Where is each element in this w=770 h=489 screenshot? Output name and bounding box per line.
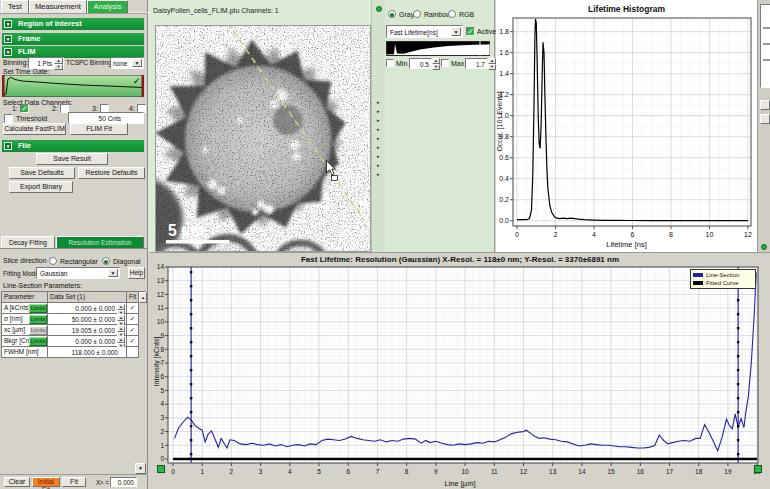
limits-button[interactable]: Limits [29,315,47,324]
fit-check[interactable]: ✓ [127,303,139,314]
min-spinner[interactable]: ▲▼ [432,58,440,69]
lifetime-histogram-ylabel: Occur. [10⁴ Events] [496,67,503,177]
table-scroll-up[interactable]: ▲ [139,292,147,303]
gray-mode-radio[interactable] [388,10,396,18]
cutoff-button[interactable] [760,114,770,124]
param-name: FWHM [nm] [2,347,48,358]
display-controls-panel: Gray Rainbow RGB Fast Lifetime[ns] ▼ ✓ A… [385,0,495,252]
chevron-down-icon[interactable]: ▼ [451,27,461,36]
svg-text:7: 7 [160,359,164,366]
param-spinner[interactable]: ▲▼ [117,326,125,335]
rgb-mode-label: RGB [459,11,474,18]
cutoff-button[interactable] [760,100,770,110]
tab-measurement[interactable]: Measurement [29,0,87,13]
lifetime-histogram-chart: 0.00.20.40.60.81.01.21.41.61.8024681012 [496,0,757,252]
section-frame[interactable]: ▾ Frame [2,33,144,45]
time-gate-graph[interactable]: ✓ [2,75,144,97]
min-checkbox[interactable] [386,59,394,67]
chevron-down-icon[interactable]: ▼ [108,269,118,277]
chevron-down-icon[interactable]: ▼ [132,59,142,67]
fit-check[interactable]: ✓ [127,314,139,325]
left-scroll-down[interactable]: ▼ [135,463,146,474]
collapse-icon[interactable]: ▾ [4,20,12,28]
clear-button[interactable]: Clear [4,477,30,487]
rgb-mode-radio[interactable] [448,10,456,18]
fit-check[interactable]: ✓ [127,325,139,336]
binning-spin-buttons[interactable]: ▲▼ [54,58,63,68]
help-button[interactable]: Help [128,267,145,279]
line-section-chart[interactable]: 0123456789101112131401234567891011121314… [150,253,770,489]
section-region-of-interest[interactable]: ▾ Region of Interest [2,18,144,30]
col-parameter: Parameter [2,292,48,303]
range-handle-right[interactable] [754,465,762,473]
save-defaults-button[interactable]: Save Defaults [9,167,75,179]
min-value-field[interactable]: 0.5 [409,58,432,69]
line-section-parameters-label: Line-Section Parameters: [3,282,82,289]
param-spinner[interactable]: ▲▼ [117,304,125,313]
param-value[interactable]: 50.000 ± 0.000 [48,314,127,325]
slice-diagonal-radio[interactable] [102,257,110,265]
svg-text:0: 0 [515,231,519,238]
rainbow-mode-radio[interactable] [413,10,421,18]
chi2-value-field[interactable]: 0.000 [110,477,137,487]
param-value[interactable]: 0.000 ± 0.000 [48,336,127,347]
threshold-checkbox[interactable] [4,114,13,123]
tcspc-binning-dropdown[interactable]: none ▼ [110,57,144,69]
intensity-histogram-strip[interactable] [386,41,490,56]
restore-defaults-button[interactable]: Restore Defaults [78,167,145,179]
collapse-icon[interactable]: ▾ [4,35,12,43]
slice-diagonal-label: Diagonal [113,258,141,265]
max-checkbox[interactable] [441,59,449,67]
range-handle-left[interactable] [157,465,165,473]
param-spinner[interactable]: ▲▼ [117,337,125,346]
save-result-button[interactable]: Save Result [36,153,108,165]
svg-text:7: 7 [376,468,380,475]
limits-button[interactable]: Limits [29,337,47,346]
flim-image-canvas[interactable]: 5 µm [155,25,371,252]
channel-3-label: 3: [92,105,98,112]
svg-text:8: 8 [160,346,164,353]
svg-text:1.6: 1.6 [499,49,509,56]
svg-text:5: 5 [317,468,321,475]
fit-check[interactable] [127,347,139,358]
collapse-icon[interactable]: ▾ [4,48,12,56]
export-binary-button[interactable]: Export Binary [9,181,73,193]
param-value[interactable]: 0.000 ± 0.000 [48,303,127,314]
panel-splitter[interactable]: ▸▸ ▸▸ ▸▸ ▸▸ ▸ [371,0,385,252]
collapse-icon[interactable]: ▾ [4,142,12,150]
svg-text:6: 6 [631,231,635,238]
clear-label: Clear [9,478,26,485]
svg-text:6: 6 [160,373,164,380]
fit-button[interactable]: Fit [62,477,86,487]
channel-1-checkbox[interactable]: ✓ [20,104,29,113]
max-value: 1.7 [476,61,485,68]
fitting-model-dropdown[interactable]: Gaussian ▼ [36,267,120,279]
tab-decay-fitting[interactable]: Decay Fitting [1,236,55,248]
tab-resolution-estimation[interactable]: Resolution Estimation [56,236,144,248]
limits-button[interactable]: Limits [29,326,47,335]
max-label: Max [451,60,464,67]
active-checkbox[interactable]: ✓ [466,27,475,36]
tcspc-binning-label: TCSPC Binning: [66,59,113,66]
cutoff-radio[interactable] [761,244,767,250]
fit-check[interactable]: ✓ [127,336,139,347]
max-value-field[interactable]: 1.7 [465,58,488,69]
gray-mode-label: Gray [399,11,414,18]
section-flim-title: FLIM [18,47,36,56]
binning-label: Binning: [3,59,28,66]
gate-check-icon: ✓ [133,76,141,86]
save-defaults-label: Save Defaults [20,169,64,176]
svg-text:4: 4 [592,231,596,238]
flim-fit-button[interactable]: FLIM Fit [70,123,128,135]
param-value[interactable]: 19.005 ± 0.000 [48,325,127,336]
section-file[interactable]: ▾ File [2,140,144,152]
calculate-fastflim-button[interactable]: Calculate FastFLIM [3,123,66,135]
slice-rectangular-radio[interactable] [49,257,57,265]
tab-analysis[interactable]: Analysis [87,0,128,13]
initial-fit-button[interactable]: Initial Fit [32,477,60,487]
limits-button[interactable]: Limits [29,304,47,313]
display-parameter-dropdown[interactable]: Fast Lifetime[ns] ▼ [386,25,463,38]
tab-test[interactable]: Test [1,0,29,13]
param-spinner[interactable]: ▲▼ [117,315,125,324]
param-value[interactable]: 118.000 ± 0.000 [48,347,127,358]
